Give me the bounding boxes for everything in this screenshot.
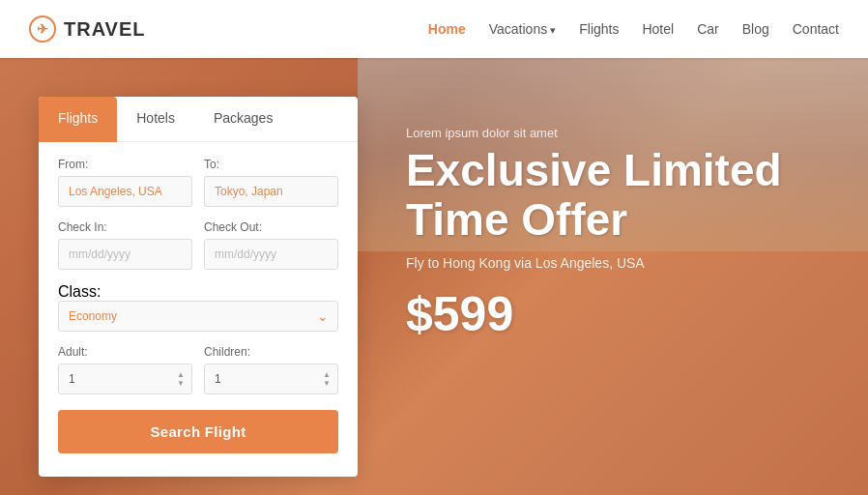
tab-flights[interactable]: Flights: [39, 97, 117, 142]
from-label: From:: [58, 158, 192, 171]
checkout-input[interactable]: [204, 239, 338, 270]
adult-input[interactable]: [58, 364, 192, 394]
dates-row: Check In: Check Out:: [58, 220, 338, 270]
header: ✈ TRAVEL Home Vacations Flights Hotel Ca…: [0, 0, 868, 58]
adult-group: Adult: ▲ ▼: [58, 345, 192, 394]
main-nav: Home Vacations Flights Hotel Car Blog Co…: [428, 21, 839, 37]
children-input-wrapper: ▲ ▼: [204, 364, 338, 394]
children-group: Children: ▲ ▼: [204, 345, 338, 394]
class-select[interactable]: Economy Business First Class: [58, 301, 338, 332]
nav-item-car[interactable]: Car: [697, 21, 719, 37]
search-panel: Flights Hotels Packages From: To: Check …: [39, 97, 358, 477]
adult-increment[interactable]: ▲: [177, 371, 185, 379]
hero-subtitle: Lorem ipsum dolor sit amet: [406, 126, 839, 140]
nav-item-contact[interactable]: Contact: [793, 21, 839, 37]
children-input[interactable]: [204, 364, 338, 394]
to-group: To:: [204, 158, 338, 207]
children-arrows: ▲ ▼: [323, 371, 331, 388]
to-input[interactable]: [204, 176, 338, 207]
children-label: Children:: [204, 345, 338, 359]
from-input[interactable]: [58, 176, 192, 207]
adult-decrement[interactable]: ▼: [177, 380, 185, 388]
checkin-label: Check In:: [58, 220, 192, 234]
children-increment[interactable]: ▲: [323, 371, 331, 379]
logo[interactable]: ✈ TRAVEL: [29, 15, 146, 43]
hero-content: Lorem ipsum dolor sit amet Exclusive Lim…: [406, 126, 839, 342]
nav-item-hotel[interactable]: Hotel: [642, 21, 674, 37]
logo-text: TRAVEL: [64, 18, 146, 41]
nav-item-blog[interactable]: Blog: [742, 21, 769, 37]
hero-description: Fly to Hong Kong via Los Angeles, USA: [406, 255, 839, 271]
search-flight-button[interactable]: Search Flight: [58, 410, 338, 453]
nav-item-vacations[interactable]: Vacations: [489, 21, 557, 37]
class-group: Class: Economy Business First Class: [58, 283, 338, 332]
children-decrement[interactable]: ▼: [323, 380, 331, 388]
tab-packages[interactable]: Packages: [194, 97, 292, 142]
tab-hotels[interactable]: Hotels: [117, 97, 194, 142]
checkout-label: Check Out:: [204, 220, 338, 234]
adult-arrows: ▲ ▼: [177, 371, 185, 388]
adult-label: Adult:: [58, 345, 192, 359]
class-label: Class:: [58, 283, 101, 300]
nav-item-flights[interactable]: Flights: [579, 21, 619, 37]
checkin-input[interactable]: [58, 239, 192, 270]
from-to-row: From: To:: [58, 158, 338, 207]
logo-icon: ✈: [29, 15, 56, 43]
nav-item-home[interactable]: Home: [428, 21, 466, 37]
class-select-wrapper: Economy Business First Class: [58, 301, 338, 332]
from-group: From:: [58, 158, 192, 207]
to-label: To:: [204, 158, 338, 171]
search-form: From: To: Check In: Check Out: Class:: [39, 142, 358, 394]
checkin-group: Check In:: [58, 220, 192, 270]
hero-price: $599: [406, 286, 839, 342]
hero-title: Exclusive Limited Time Offer: [406, 146, 839, 244]
adult-input-wrapper: ▲ ▼: [58, 364, 192, 394]
passengers-row: Adult: ▲ ▼ Children: ▲ ▼: [58, 345, 338, 394]
checkout-group: Check Out:: [204, 220, 338, 270]
search-tabs: Flights Hotels Packages: [39, 97, 358, 142]
